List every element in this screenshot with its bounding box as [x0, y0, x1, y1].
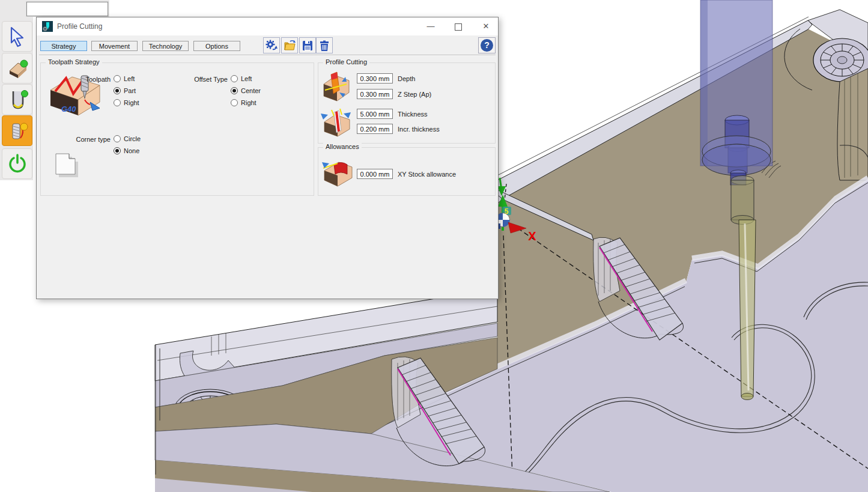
power-run-icon — [6, 153, 29, 175]
radio-offset-right[interactable]: Right — [231, 98, 256, 108]
thickness-field[interactable]: 5.000 mm — [357, 109, 393, 119]
gear-defaults-icon — [265, 39, 278, 52]
delete-button[interactable] — [316, 37, 333, 53]
radio-icon — [114, 75, 121, 82]
incr-thickness-field-label: Incr. thickness — [398, 126, 440, 133]
g40-label: G40 — [61, 105, 76, 114]
save-icon — [301, 39, 314, 52]
toolpath-strategy-group: Toolpath Strategy G40 Toolpath Left Part — [40, 62, 314, 196]
delete-trash-icon — [318, 39, 331, 52]
radio-icon — [231, 75, 238, 82]
thickness-field-label: Thickness — [398, 111, 428, 118]
quick-search-input[interactable] — [26, 2, 108, 16]
stock-allowance-icon — [321, 157, 353, 189]
sidebar-item-select[interactable] — [2, 21, 32, 52]
radio-label: Left — [241, 75, 252, 82]
radio-label: Circle — [124, 135, 141, 142]
xy-stock-allowance-label: XY Stock allowance — [398, 171, 456, 178]
allowances-group: Allowances 0.000 mm XY Stock allowance — [318, 147, 496, 196]
radio-offset-center[interactable]: Center — [231, 86, 261, 96]
profile-cutting-dialog: Profile Cutting — ✕ Strategy Movement Te… — [36, 17, 499, 299]
group-label: Allowances — [323, 143, 362, 150]
dialog-title: Profile Cutting — [57, 22, 102, 31]
radio-label: Right — [241, 99, 256, 106]
minimize-button[interactable]: — — [417, 17, 444, 35]
operation-dialog-icon — [42, 21, 53, 32]
sidebar-item-milling-operation[interactable] — [2, 115, 32, 146]
incr-thickness-field[interactable]: 0.200 mm — [357, 124, 393, 134]
radio-corner-circle[interactable]: Circle — [114, 134, 141, 144]
radio-toolpath-right[interactable]: Right — [114, 98, 139, 108]
radio-toolpath-part[interactable]: Part — [114, 86, 136, 96]
depth-step-icon — [321, 71, 350, 103]
open-button[interactable] — [281, 37, 298, 53]
depth-field-label: Depth — [398, 75, 415, 82]
radio-icon — [231, 87, 238, 94]
radio-label: Center — [241, 87, 261, 94]
tool-profile-icon — [6, 88, 29, 111]
radio-label: Left — [124, 75, 135, 82]
radio-icon — [114, 99, 121, 106]
radio-toolpath-left[interactable]: Left — [114, 74, 135, 84]
save-button[interactable] — [299, 37, 316, 53]
corner-type-label: Corner type — [59, 136, 111, 143]
open-folder-icon — [283, 39, 296, 52]
workpiece-icon — [6, 57, 29, 80]
sidebar-item-workpiece[interactable] — [2, 53, 32, 84]
tab-options[interactable]: Options — [193, 41, 240, 51]
tab-strategy[interactable]: Strategy — [40, 41, 87, 51]
maximize-button[interactable] — [445, 17, 472, 35]
x-axis-label: X — [528, 229, 536, 243]
group-label: Toolpath Strategy — [46, 58, 102, 65]
corner-type-icon — [52, 150, 81, 179]
radio-label: None — [124, 147, 139, 154]
radio-label: Right — [124, 99, 139, 106]
radio-label: Part — [124, 87, 136, 94]
group-label: Profile Cutting — [323, 58, 369, 65]
z-step-field-label: Z Step (Ap) — [398, 91, 431, 98]
radio-icon — [114, 87, 121, 94]
sidebar-item-run[interactable] — [2, 148, 32, 179]
thickness-icon — [320, 108, 352, 138]
toolbar-separator — [39, 55, 496, 56]
xy-stock-allowance-field[interactable]: 0.000 mm — [357, 169, 393, 179]
toolpath-label: Toolpath — [59, 76, 111, 83]
defaults-button[interactable] — [263, 37, 280, 53]
maximize-icon — [455, 23, 462, 31]
depth-field[interactable]: 0.300 mm — [357, 73, 393, 84]
radio-icon — [114, 147, 121, 154]
help-button[interactable]: ? — [478, 37, 496, 53]
radio-offset-left[interactable]: Left — [231, 74, 252, 84]
tab-movement[interactable]: Movement — [91, 41, 138, 51]
app-window: 5 X — [0, 0, 868, 492]
offset-type-label: Offset Type — [176, 76, 228, 83]
sidebar-item-tool[interactable] — [2, 84, 32, 115]
z-step-field[interactable]: 0.300 mm — [357, 89, 393, 99]
radio-icon — [114, 135, 121, 142]
select-cursor-icon — [6, 25, 29, 48]
radio-corner-none[interactable]: None — [114, 146, 139, 156]
dialog-titlebar[interactable]: Profile Cutting — ✕ — [37, 17, 498, 35]
milling-operation-icon — [6, 120, 29, 142]
tab-technology[interactable]: Technology — [142, 41, 189, 51]
profile-cutting-group: Profile Cutting 0.300 mm Depth 0.300 mm … — [318, 62, 496, 144]
tool-collet — [731, 180, 754, 220]
radio-icon — [231, 99, 238, 106]
close-button[interactable]: ✕ — [473, 17, 499, 35]
help-icon: ? — [481, 39, 493, 52]
